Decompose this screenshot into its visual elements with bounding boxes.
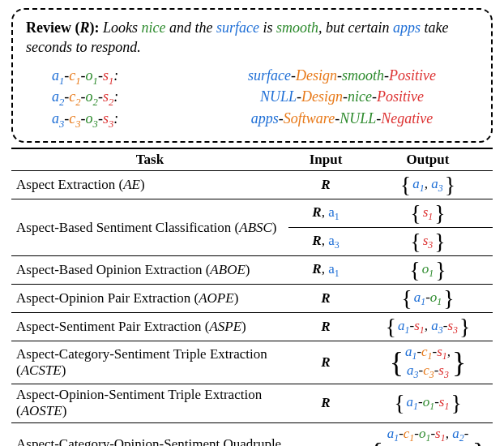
task-name-cell: Aspect-Opinion-Sentiment Triple Extracti… [11,384,288,422]
output-cell: {a1-c1-s1,a3-c3-s3} [363,341,493,384]
triple-row: a2-c2-o2-s2:NULL-Design-nice-Positive [26,88,478,109]
output-cell: {o1} [363,256,493,285]
task-name-cell: Aspect-Based Sentiment Classification (A… [11,199,288,256]
input-cell: R, a3 [288,228,363,256]
task-name-cell: Aspect Extraction (AE) [11,171,288,199]
task-name-cell: Aspect-Category-Opinion-Sentiment Quadru… [11,422,288,446]
output-cell: {a1, a3} [363,171,493,199]
task-name-cell: Aspect-Sentiment Pair Extraction (ASPE) [11,313,288,341]
output-cell: {a1-c1-o1-s1, a2-c2-o2-s2, a3-c3-o3-s3} [363,422,493,446]
input-cell: R, a1 [288,199,363,228]
input-cell: R, a1 [288,256,363,285]
output-cell: {a1-o1-s1} [363,384,493,422]
tasks-table: Task Input Output Aspect Extraction (AE)… [11,148,493,446]
input-cell: R [288,313,363,341]
input-cell: R [288,384,363,422]
table-row: Aspect Extraction (AE)R{a1, a3} [11,171,493,199]
triple-row: a3-c3-o3-s3:apps-Software-NULL-Negative [26,110,478,131]
header-task: Task [11,148,288,171]
table-row: Aspect-Category-Sentiment Triple Extract… [11,341,493,384]
output-cell: {s1} [363,199,493,228]
table-row: Aspect-Opinion-Sentiment Triple Extracti… [11,384,493,422]
output-cell: {a1-s1, a3-s3} [363,313,493,341]
header-input: Input [288,148,363,171]
task-name-cell: Aspect-Based Opinion Extraction (ABOE) [11,256,288,285]
output-cell: {s3} [363,228,493,256]
triple-list: a1-c1-o1-s1:surface-Design-smooth-Positi… [26,67,478,131]
table-header-row: Task Input Output [11,148,493,171]
task-name-cell: Aspect-Opinion Pair Extraction (AOPE) [11,285,288,313]
triple-row: a1-c1-o1-s1:surface-Design-smooth-Positi… [26,67,478,88]
table-row: Aspect-Based Opinion Extraction (ABOE)R,… [11,256,493,285]
table-row: Aspect-Category-Opinion-Sentiment Quadru… [11,422,493,446]
table-row: Aspect-Sentiment Pair Extraction (ASPE)R… [11,313,493,341]
figure-wrap: Review (R): Looks nice and the surface i… [0,0,504,446]
task-name-cell: Aspect-Category-Sentiment Triple Extract… [11,341,288,384]
input-cell: R [288,422,363,446]
input-cell: R [288,285,363,313]
input-cell: R [288,171,363,199]
review-label: Review (R): [26,19,103,36]
header-output: Output [363,148,493,171]
table-row: Aspect-Opinion Pair Extraction (AOPE)R{a… [11,285,493,313]
table-row: Aspect-Based Sentiment Classification (A… [11,199,493,228]
output-cell: {a1-o1} [363,285,493,313]
review-text: Review (R): Looks nice and the surface i… [26,18,478,58]
input-cell: R [288,341,363,384]
review-box: Review (R): Looks nice and the surface i… [11,8,493,143]
